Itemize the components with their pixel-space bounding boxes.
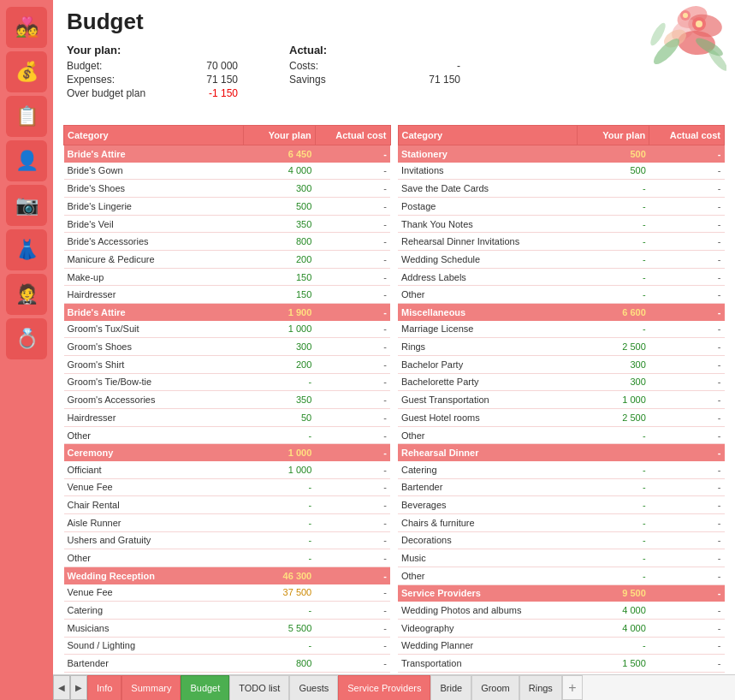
actual-label: Actual:	[289, 44, 460, 56]
table-row: Invitations500-	[398, 163, 725, 180]
table-row: Musicians5 500-	[64, 619, 391, 637]
savings-row: Savings 71 150	[289, 74, 460, 86]
page-title: Budget	[67, 9, 721, 35]
tab-rings[interactable]: Rings	[519, 675, 562, 700]
table-row: Bachelorette Party300-	[398, 373, 725, 391]
table-row: Officiant1 000-	[64, 461, 391, 478]
table-row: Other--	[64, 426, 391, 444]
sidebar: 💑 💰 📋 👤 📷 👗 🤵 💍	[0, 0, 53, 700]
tab-prev-button[interactable]: ◀	[53, 675, 70, 700]
decorations-row: Decorations--	[398, 531, 725, 549]
ring-icon[interactable]: 💍	[6, 318, 47, 359]
tab-service-providers[interactable]: Service Providers	[338, 675, 430, 700]
left-budget-table: Category Your plan Actual cost Bride's A…	[63, 125, 391, 673]
table-row: Bride's Veil350-	[64, 215, 391, 233]
table-row: Save the Date Cards--	[398, 180, 725, 198]
tab-add-button[interactable]: +	[562, 675, 583, 700]
table-row: Hairdresser50-	[64, 409, 391, 427]
table-row: Manicure & Pedicure200-	[64, 251, 391, 269]
table-row: Other--	[398, 567, 725, 584]
table-row: Guest Hotel rooms2 500-	[398, 409, 725, 427]
tab-groom[interactable]: Groom	[471, 675, 519, 700]
tab-summary[interactable]: Summary	[122, 675, 181, 700]
savings-value: 71 150	[392, 74, 460, 86]
right-header-category: Category	[398, 126, 578, 145]
expenses-value: 71 150	[169, 74, 238, 86]
plan-label: Your plan:	[67, 44, 238, 56]
table-row: Groom's Tux/Suit1 000-	[64, 321, 391, 338]
plan-actual-section: Your plan: Budget: 70 000 Expenses: 71 1…	[67, 44, 721, 101]
right-header-plan: Your plan	[578, 126, 649, 145]
bachelor-party-row: Bachelor Party300-	[398, 355, 725, 373]
tab-info[interactable]: Info	[87, 675, 122, 700]
table-row: Other--	[398, 286, 725, 304]
over-budget-value: -1 150	[169, 87, 238, 99]
budget-label: Budget:	[67, 60, 169, 72]
chairs-furniture-row: Chairs & furniture--	[398, 513, 725, 531]
table-row: Rings2 500-	[398, 338, 725, 356]
tab-next-button[interactable]: ▶	[70, 675, 87, 700]
table-row: Make-up150-	[64, 268, 391, 286]
table-row: Sound / Lighting--	[64, 637, 391, 655]
table-row: Rehearsal Dinner Invitations--	[398, 233, 725, 251]
table-row: Postage--	[398, 197, 725, 215]
suit-icon[interactable]: 🤵	[6, 274, 47, 315]
right-table-header: Category Your plan Actual cost	[398, 126, 725, 145]
table-row: Guest Transportation1 000-	[398, 391, 725, 409]
table-row: Venue Fee--	[64, 478, 391, 496]
table-row: Thank You Notes--	[398, 215, 725, 233]
tab-bride[interactable]: Bride	[430, 675, 471, 700]
couple-icon[interactable]: 💑	[6, 7, 47, 48]
table-row: Videography4 000-	[398, 619, 725, 637]
miscellaneous-category: Miscellaneous 6 600 -	[398, 304, 725, 321]
table-row: Bride's Shoes300-	[64, 180, 391, 198]
table-row: Venue Fee37 500-	[64, 584, 391, 602]
table-row: Beverages--	[398, 496, 725, 514]
tab-guests[interactable]: Guests	[289, 675, 338, 700]
table-row: Music--	[398, 549, 725, 567]
budget-value: 70 000	[169, 60, 238, 72]
wedding-reception-category: Wedding Reception 46 300 -	[64, 567, 391, 584]
table-row: Transportation1 500-	[398, 655, 725, 673]
stationery-category: Stationery 500 -	[398, 145, 725, 163]
costs-label: Costs:	[289, 60, 392, 72]
table-row: Address Labels--	[398, 268, 725, 286]
table-row: Ushers and Gratuity--	[64, 531, 391, 549]
table-row: Bride's Lingerie500-	[64, 197, 391, 215]
person-icon[interactable]: 👤	[6, 140, 47, 181]
table-row: Wedding Schedule--	[398, 251, 725, 269]
camera-icon[interactable]: 📷	[6, 185, 47, 226]
catering-row: Catering--	[64, 602, 391, 620]
service-providers-category: Service Providers 9 500 -	[398, 584, 725, 602]
tables-area: Category Your plan Actual cost Bride's A…	[53, 120, 735, 674]
main-content: Budget Your plan: Budget: 70 000 Expense…	[53, 0, 735, 700]
list-icon[interactable]: 📋	[6, 96, 47, 137]
tabs-bar: ◀ ▶ Info Summary Budget TODO list Guests…	[53, 674, 735, 700]
expenses-label: Expenses:	[67, 74, 169, 86]
tab-todo-list[interactable]: TODO list	[229, 675, 289, 700]
actual-section: Actual: Costs: - Savings 71 150	[289, 44, 460, 101]
right-budget-table: Category Your plan Actual cost Stationer…	[398, 125, 726, 673]
table-row: Wedding Photos and albums4 000-	[398, 602, 725, 619]
ceremony-category: Ceremony 1 000 -	[64, 444, 391, 461]
rehearsal-catering-row: Catering--	[398, 461, 725, 478]
left-header-category: Category	[64, 126, 244, 145]
header-section: Budget Your plan: Budget: 70 000 Expense…	[53, 0, 735, 120]
table-row: Groom's Tie/Bow-tie--	[64, 373, 391, 391]
table-row: Other--	[398, 426, 725, 444]
table-row: Bartender--	[398, 478, 725, 496]
grooms-attire-category: Bride's Attire 1 900 -	[64, 304, 391, 321]
expenses-row: Expenses: 71 150	[67, 74, 238, 86]
table-row: Hairdresser150-	[64, 286, 391, 304]
budget-row: Budget: 70 000	[67, 60, 238, 72]
table-row: Bartender800-	[64, 655, 391, 673]
table-row: Groom's Accessories350-	[64, 391, 391, 409]
chair-rental-row: Chair Rental--	[64, 496, 391, 514]
tab-budget[interactable]: Budget	[181, 675, 229, 700]
table-row: Other--	[64, 549, 391, 567]
left-header-plan: Your plan	[243, 126, 315, 145]
dress-icon[interactable]: 👗	[6, 229, 47, 270]
table-row: Groom's Shoes300-	[64, 338, 391, 356]
right-header-actual: Actual cost	[649, 126, 725, 145]
money-bag-icon[interactable]: 💰	[6, 51, 47, 92]
